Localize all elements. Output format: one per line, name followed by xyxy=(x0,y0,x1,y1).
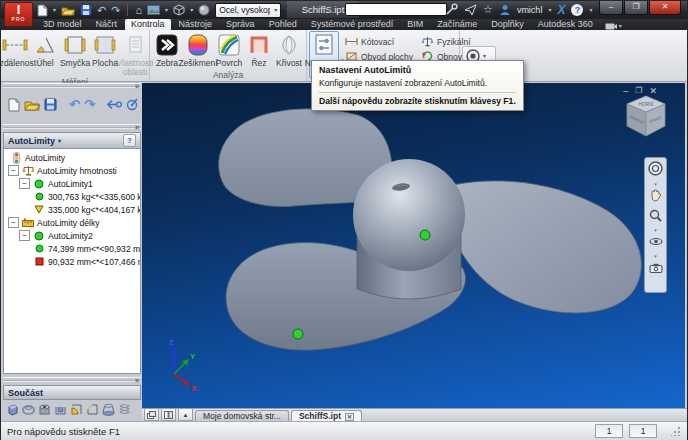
open-button[interactable] xyxy=(24,97,40,112)
new-file-button[interactable] xyxy=(8,97,20,112)
chevron-down-icon[interactable]: ▾ xyxy=(190,7,193,13)
tree-row-mass-range-warn[interactable]: 335,000 kg<*<404,167 kg xyxy=(4,203,140,216)
maximize-button[interactable]: ❐ xyxy=(624,1,648,15)
revolve-icon[interactable] xyxy=(22,402,35,417)
appearance-sphere-icon[interactable] xyxy=(198,3,210,17)
search-input[interactable] xyxy=(345,3,447,16)
angle-button[interactable]: Úhel xyxy=(30,31,60,69)
sketch-button[interactable] xyxy=(126,97,139,112)
look-at-camera-icon[interactable] xyxy=(649,260,663,278)
close-icon[interactable]: ✕ xyxy=(134,83,140,90)
tab-sprava[interactable]: Správa xyxy=(220,19,261,30)
loop-button[interactable]: Smyčka xyxy=(60,31,90,69)
hole-icon[interactable] xyxy=(38,402,51,417)
panel-drag-handle[interactable]: ✕ xyxy=(3,83,141,91)
chevron-down-icon[interactable]: ▾ xyxy=(654,254,657,258)
tree-row-mass-limits[interactable]: − AutoLimity hmotnosti xyxy=(4,164,140,177)
tree-row-length-limits[interactable]: − AutoLimity délky xyxy=(4,216,140,229)
pan-hand-icon[interactable] xyxy=(649,188,662,206)
exchange-apps-icon[interactable]: X xyxy=(557,3,565,17)
coil-icon[interactable] xyxy=(118,402,131,417)
area-button[interactable]: Plocha xyxy=(90,31,120,69)
help-icon[interactable]: ? xyxy=(571,4,583,16)
chevron-down-icon[interactable]: ▾ xyxy=(654,228,657,232)
chevron-down-icon[interactable]: ▾ xyxy=(548,7,551,13)
tile-windows-icon[interactable] xyxy=(161,408,176,421)
cascade-windows-icon[interactable] xyxy=(144,408,159,421)
graphics-viewport[interactable]: Z Y X – ❐ ✕ HORNÍ PŘEDNÍ PRAVÝ ▾ xyxy=(142,83,685,408)
close-icon[interactable]: ✕ xyxy=(345,413,354,421)
resize-grip[interactable] xyxy=(671,426,681,436)
draft-analysis-button[interactable]: Zešikmení xyxy=(182,31,214,69)
tree-row-length-range-ok[interactable]: 74,399 mm<*<90,932 mm xyxy=(4,242,140,255)
curvature-analysis-button[interactable]: Křivost xyxy=(274,31,304,69)
tab-nacrt[interactable]: Náčrt xyxy=(90,19,124,30)
panel-drag-handle[interactable]: ✕ xyxy=(3,377,141,385)
close-icon[interactable]: ✕ xyxy=(134,124,140,131)
distance-button[interactable]: Vzdálenost xyxy=(0,31,30,69)
tree-row-length-range-alert[interactable]: 90,932 mm<*<107,466 mm xyxy=(4,255,140,268)
tab-systemove-prostredi[interactable]: Systémové prostředí xyxy=(305,19,400,30)
propeller-model[interactable]: Z Y X xyxy=(142,83,685,408)
tab-zaciname[interactable]: Začínáme xyxy=(431,19,483,30)
collapse-expander-icon[interactable]: − xyxy=(8,217,19,228)
browser-help-button[interactable]: ? xyxy=(123,134,136,147)
dimension-limits-button[interactable]: Kótovací xyxy=(345,34,413,49)
star-favorites-icon[interactable]: ☆ xyxy=(483,3,493,17)
user-icon[interactable] xyxy=(499,3,511,17)
extrude-icon[interactable] xyxy=(6,402,19,417)
shell-icon[interactable] xyxy=(54,402,67,417)
material-selector[interactable]: Ocel, vysokop ▾ xyxy=(215,3,281,18)
collapse-expander-icon[interactable]: − xyxy=(19,230,30,241)
collapse-expander-icon[interactable]: − xyxy=(19,178,30,189)
soucast-header[interactable]: Součást xyxy=(3,385,141,400)
chevron-down-icon[interactable]: ▾ xyxy=(53,7,56,13)
close-button[interactable]: ✕ xyxy=(649,1,681,15)
material-box-button[interactable] xyxy=(173,3,185,17)
tab-nastroje[interactable]: Nástroje xyxy=(173,19,219,30)
redo-button[interactable]: ↷ xyxy=(84,97,95,112)
tab-pohled[interactable]: Pohled xyxy=(263,19,303,30)
chevron-down-icon[interactable]: ▾ xyxy=(589,7,592,13)
browser-header[interactable]: AutoLimity ▾ ? xyxy=(3,132,141,149)
camera-tab-icon[interactable]: ▾ xyxy=(601,22,626,30)
chevron-down-icon[interactable]: ▾ xyxy=(654,182,657,186)
home-view-button[interactable]: ⌂ xyxy=(135,3,142,17)
orbit-icon[interactable] xyxy=(649,234,663,252)
tab-autodesk-360[interactable]: Autodesk 360 xyxy=(532,19,599,30)
tab-doplnky[interactable]: Doplňky xyxy=(485,19,530,30)
fillet-icon[interactable] xyxy=(70,402,83,417)
tree-row-autolimity1[interactable]: − AutoLimity1 xyxy=(4,177,140,190)
close-icon[interactable]: ✕ xyxy=(134,377,140,384)
render-thumbnail-button[interactable] xyxy=(147,3,160,17)
open-button[interactable] xyxy=(61,3,75,17)
undo-button[interactable]: ↶ xyxy=(69,97,80,112)
steering-wheel-icon[interactable] xyxy=(648,161,663,180)
loft-icon[interactable] xyxy=(102,402,115,417)
tree-row-mass-range-ok[interactable]: 300,763 kg<*<335,600 kg xyxy=(4,190,140,203)
collapse-expander-icon[interactable]: − xyxy=(8,165,19,176)
tab-bim[interactable]: BIM xyxy=(401,19,429,30)
tab-kontrola[interactable]: Kontrola xyxy=(125,19,171,30)
new-file-button[interactable] xyxy=(37,3,48,17)
limit-marker-dot[interactable] xyxy=(420,230,430,240)
return-button[interactable] xyxy=(107,97,122,112)
tree-row-autolimity2[interactable]: − AutoLimity2 xyxy=(4,229,140,242)
undo-button[interactable]: ↶ xyxy=(97,3,106,17)
save-button[interactable] xyxy=(80,3,92,17)
expand-up-icon[interactable]: ▲ xyxy=(178,408,193,421)
redo-button[interactable]: ↷ xyxy=(111,3,120,17)
tree-row-autolimity-root[interactable]: AutoLimity xyxy=(4,151,140,164)
view-cube[interactable]: HORNÍ PŘEDNÍ PRAVÝ xyxy=(623,93,669,145)
save-button[interactable] xyxy=(44,97,57,112)
tab-3d-model[interactable]: 3D model xyxy=(37,19,88,30)
app-menu-button[interactable]: I PRO xyxy=(4,2,33,27)
surface-analysis-button[interactable]: Povrch xyxy=(214,31,244,69)
panel-drag-handle[interactable]: ✕ xyxy=(3,124,141,132)
wrench-icon[interactable] xyxy=(445,3,458,17)
zoom-magnifier-icon[interactable] xyxy=(649,208,662,226)
minimize-button[interactable]: – xyxy=(599,1,623,15)
send-plane-icon[interactable] xyxy=(464,3,477,17)
group-label-analyza[interactable]: Analýza xyxy=(150,70,306,81)
chevron-down-icon[interactable]: ▾ xyxy=(165,7,168,13)
